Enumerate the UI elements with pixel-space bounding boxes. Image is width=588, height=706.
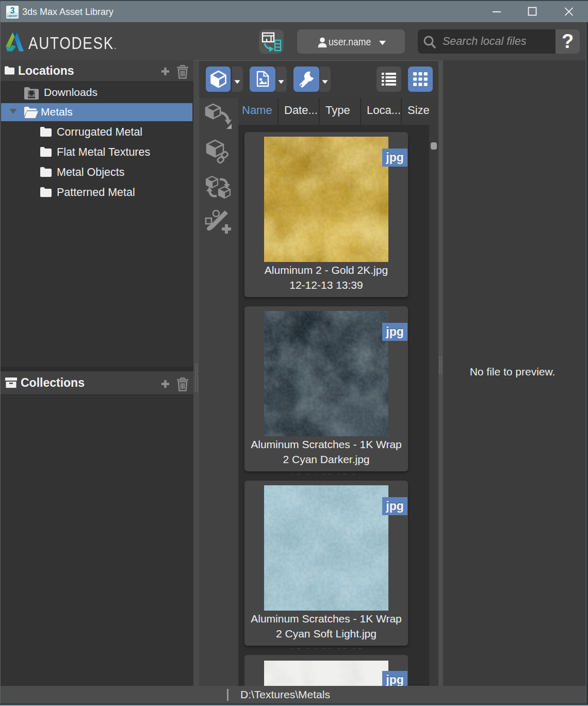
svg-text:LIBRARY: LIBRARY xyxy=(7,15,18,18)
svg-text:3: 3 xyxy=(10,6,15,15)
